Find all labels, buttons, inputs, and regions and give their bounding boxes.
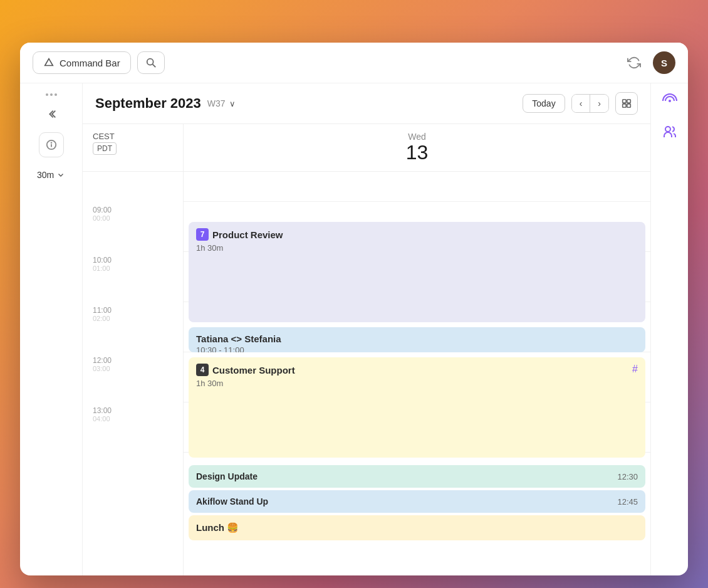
time-1100: 11:00 [93,306,173,315]
collapse-button[interactable] [46,108,57,122]
today-button[interactable]: Today [523,94,565,113]
time-slot-1100: 11:00 02:00 [83,302,183,352]
info-button[interactable] [39,132,64,157]
time-column: 09:00 00:00 10:00 01:00 11:00 02:00 12:0… [83,172,183,575]
time-alt-0000: 00:00 [93,214,173,222]
duration-selector[interactable]: 30m [32,167,70,182]
svg-rect-8 [623,104,626,107]
left-sidebar: 30m [20,83,83,575]
dot [55,93,57,96]
event-product-review-title: 7 Product Review [196,228,638,241]
day-name: Wed [191,132,643,142]
header-right: Today ‹ › [523,92,638,115]
timezone-col: CEST PDT [83,124,183,171]
day-col-header: Wed 13 [183,124,650,171]
time-1300: 13:00 [93,406,173,415]
calendar-view-button[interactable] [615,92,638,115]
event-design-update-time: 12:30 [617,472,638,481]
right-sidebar [650,83,688,575]
search-icon [145,57,157,68]
calendar-header: September 2023 W37 ∨ Today ‹ › [83,83,650,124]
time-slot-1300: 13:00 04:00 [83,402,183,453]
event-badge-7: 7 [196,228,209,241]
event-tatiana-time: 10:30 - 11:00 [196,345,638,352]
dot [46,93,48,96]
duration-label: 30m [37,170,54,180]
top-bar: Command Bar S [20,43,688,83]
sidebar-dots [46,93,57,96]
people-svg [662,125,677,140]
row-blank [184,172,650,202]
dot [50,93,53,96]
nav-group: ‹ › [571,94,609,113]
svg-point-1 [147,59,153,65]
svg-point-10 [665,127,670,132]
day-number: 13 [191,142,643,164]
info-icon [46,139,57,150]
calendar-grid[interactable]: 09:00 00:00 10:00 01:00 11:00 02:00 12:0… [83,172,650,575]
broadcast-icon[interactable] [662,93,677,112]
month-title: September 2023 [95,95,201,112]
time-alt-0300: 03:00 [93,365,173,372]
dropdown-arrow-icon[interactable]: ∨ [229,99,236,108]
svg-rect-9 [627,104,630,107]
next-button[interactable]: › [590,95,608,112]
event-customer-support-label: Customer Support [212,365,295,375]
avatar[interactable]: S [653,51,675,74]
time-slot-blank [83,172,183,202]
timezone-pdt: PDT [93,142,117,155]
svg-line-2 [152,65,155,68]
svg-rect-6 [623,100,626,103]
app-container: Command Bar S [20,43,688,575]
time-0900: 09:00 [93,206,173,214]
people-icon[interactable] [662,125,677,144]
event-customer-support-title: 4 Customer Support [196,364,638,376]
event-badge-4: 4 [196,364,209,376]
timezone-cest: CEST [93,132,173,141]
grid-icon [621,98,632,109]
event-customer-support[interactable]: 4 Customer Support 1h 30m # [189,357,645,458]
event-lunch-label: Lunch 🍔 [196,522,239,533]
time-alt-0400: 04:00 [93,415,173,423]
event-tatiana-title: Tatiana <> Stefania [196,333,638,344]
prev-button[interactable]: ‹ [572,95,591,112]
command-bar-label: Command Bar [60,58,120,68]
day-header: CEST PDT Wed 13 [83,124,650,172]
search-button[interactable] [137,51,165,74]
week-badge: W37 [207,98,226,108]
svg-rect-7 [627,100,630,103]
event-tatiana-label: Tatiana <> Stefania [196,333,281,344]
event-tatiana[interactable]: Tatiana <> Stefania 10:30 - 11:00 [189,327,645,352]
main-content: 30m September 2023 W37 ∨ Today ‹ › [20,83,688,575]
time-slot-1200: 12:00 03:00 [83,352,183,402]
time-slot-1000: 10:00 01:00 [83,252,183,302]
sync-button[interactable] [623,51,645,74]
triangle-icon [43,57,55,68]
top-bar-right: S [623,51,675,74]
events-column: 7 Product Review 1h 30m Tatiana <> Stefa… [183,172,650,575]
event-akiflow-standup-time: 12:45 [617,497,638,507]
chevron-down-icon [56,171,65,179]
time-slot-0900: 09:00 00:00 [83,202,183,252]
hash-icon: # [632,364,638,375]
time-alt-0100: 01:00 [93,265,173,272]
event-akiflow-standup[interactable]: Akiflow Stand Up 12:45 [189,490,645,513]
time-1000: 10:00 [93,256,173,265]
sync-icon [627,56,641,70]
svg-marker-0 [45,59,53,66]
time-1200: 12:00 [93,356,173,365]
svg-point-5 [51,142,51,143]
event-product-review[interactable]: 7 Product Review 1h 30m [189,222,645,322]
event-product-review-duration: 1h 30m [196,243,638,253]
calendar-area: September 2023 W37 ∨ Today ‹ › [83,83,650,575]
event-product-review-label: Product Review [212,229,283,240]
event-design-update[interactable]: Design Update 12:30 [189,465,645,488]
event-akiflow-standup-title: Akiflow Stand Up [196,496,268,507]
event-design-update-title: Design Update [196,471,258,481]
chevron-left-icon [46,108,57,120]
event-lunch[interactable]: Lunch 🍔 [189,515,645,540]
command-bar-button[interactable]: Command Bar [33,51,131,74]
time-alt-0200: 02:00 [93,315,173,322]
broadcast-svg [662,93,677,108]
event-customer-support-duration: 1h 30m [196,379,638,388]
